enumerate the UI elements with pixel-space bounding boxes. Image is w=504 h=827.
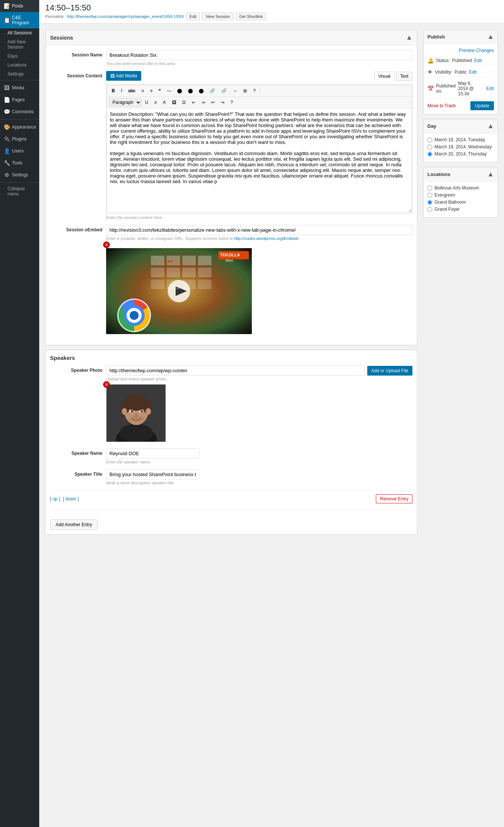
preview-changes-button[interactable]: Preview Changes — [427, 48, 494, 53]
day-radio-1[interactable] — [427, 145, 432, 149]
session-content-row: Session Content 🖼 Add Media Visual Text — [50, 71, 412, 220]
sidebar-sub-days[interactable]: Days — [0, 52, 39, 61]
toolbar-text-color[interactable]: A — [160, 98, 168, 107]
sidebar-collapse[interactable]: Collapse menu — [0, 184, 39, 198]
sidebar-item-appearance[interactable]: 🎨 Appearance — [0, 121, 39, 133]
sessions-metabox-body: Session Name You can write session title… — [46, 46, 417, 345]
oembed-hint-link[interactable]: http://codex.wordpress.org/Embeds — [234, 236, 299, 241]
plugins-icon: 🔌 — [4, 136, 10, 142]
toolbar-link[interactable]: 🔗 — [207, 87, 218, 95]
toolbar-align-right[interactable]: ⬤ — [196, 87, 206, 95]
locations-collapse-button[interactable]: ▲ — [487, 170, 494, 178]
sidebar-sub-all-sessions[interactable]: All Sessions — [0, 28, 39, 37]
update-button[interactable]: Update — [470, 101, 494, 110]
permalink-url[interactable]: http://themeofwp.com/cpmanager/cpmanager… — [67, 14, 184, 19]
remove-video-button[interactable]: ✕ — [103, 241, 110, 248]
toolbar-hr[interactable]: — — [164, 87, 174, 95]
remove-photo-button[interactable]: ✕ — [103, 381, 110, 388]
topbar: 14:50–15:50 Permalink: http://themeofwp.… — [39, 0, 504, 24]
toolbar-outdent[interactable]: ⇐ — [189, 98, 198, 107]
oembed-input[interactable] — [106, 225, 412, 235]
sidebar-item-label: Settings — [12, 172, 28, 178]
video-preview: TEKZiLLA Bites — [106, 248, 252, 334]
toolbar-separator — [260, 87, 260, 95]
toolbar-more[interactable]: ↔ — [230, 87, 240, 95]
sidebar-item-users[interactable]: 👤 Users — [0, 145, 39, 157]
sessions-collapse-button[interactable]: ▲ — [406, 34, 412, 41]
sidebar-item-settings[interactable]: ⚙ Settings — [0, 169, 39, 181]
sidebar-item-pages[interactable]: 📄 Pages — [0, 94, 39, 106]
location-radio-3[interactable] — [427, 207, 432, 212]
tab-visual[interactable]: Visual — [374, 72, 395, 81]
video-overlay: TEKZiLLA Bites — [106, 248, 252, 334]
speakers-title: Speakers — [50, 355, 412, 361]
toolbar-redo[interactable]: ↪ — [218, 98, 227, 107]
day-collapse-button[interactable]: ▲ — [487, 122, 494, 130]
sidebar-sub-locations[interactable]: Locations — [0, 61, 39, 70]
upload-file-button[interactable]: Add or Upload File — [367, 366, 412, 376]
get-shortlink-button[interactable]: Get Shortlink — [236, 13, 266, 20]
edit-status-link[interactable]: Edit — [474, 58, 482, 63]
toolbar-italic[interactable]: I — [118, 87, 125, 95]
toolbar-image[interactable]: 🖼 — [169, 98, 179, 107]
paragraph-select[interactable]: Paragraph — [109, 98, 142, 107]
edit-permalink-button[interactable]: Edit — [186, 13, 200, 20]
up-button[interactable]: [ up ] — [50, 496, 60, 502]
sidebar-sub-add-new[interactable]: Add New Session — [0, 37, 39, 52]
speaker-title-field: Write a short description speaker title. — [106, 469, 412, 485]
toolbar-charmap[interactable]: Ω — [180, 98, 188, 107]
toolbar-help[interactable]: ? — [250, 87, 258, 95]
location-option-0: Bellevue Arts Museum — [427, 185, 494, 191]
status-icon: 🔔 — [427, 58, 434, 64]
toolbar-fullscreen[interactable]: ⊞ — [241, 87, 250, 95]
location-radio-1[interactable] — [427, 193, 432, 198]
speaker-photo-url-input[interactable] — [106, 365, 365, 376]
sidebar-item-comments[interactable]: 💬 Comments — [0, 106, 39, 118]
toolbar-ul[interactable]: ≡ — [139, 87, 146, 95]
toolbar-underline[interactable]: U — [142, 98, 151, 107]
day-radio-2[interactable] — [427, 152, 432, 157]
toolbar-strikethrough[interactable]: abc — [126, 87, 138, 95]
toolbar-undo[interactable]: ↩ — [208, 98, 217, 107]
sidebar-item-cne[interactable]: 📋 C&E Program — [0, 12, 39, 28]
toolbar-unlink[interactable]: 🔗 — [219, 87, 229, 95]
tab-text[interactable]: Text — [396, 72, 412, 81]
toolbar-help2[interactable]: ? — [228, 98, 236, 107]
toolbar-justify[interactable]: ≡ — [152, 98, 160, 107]
publish-collapse-button[interactable]: ▲ — [487, 33, 494, 41]
view-session-button[interactable]: View Session — [202, 13, 234, 20]
session-content-textarea[interactable]: Session Description: "What can you do wi… — [106, 108, 412, 213]
move-to-trash-link[interactable]: Move to Trash — [427, 103, 456, 108]
session-name-input[interactable] — [106, 50, 412, 60]
toolbar-indent[interactable]: ⇒ — [199, 98, 208, 107]
content-hint: Enter the session content here. — [106, 215, 412, 220]
speaker-title-input[interactable] — [106, 469, 200, 479]
day-radio-0[interactable] — [427, 138, 432, 142]
sidebar-item-posts[interactable]: 📝 Posts — [0, 0, 39, 12]
up-down-buttons: [ up ] [ down ] — [50, 496, 79, 502]
sidebar-item-media[interactable]: 🖼 Media — [0, 82, 39, 94]
speaker-name-input[interactable] — [106, 448, 200, 459]
main-content: 14:50–15:50 Permalink: http://themeofwp.… — [39, 0, 504, 827]
edit-visibility-link[interactable]: Edit — [469, 70, 477, 75]
published-label: Published on: — [436, 83, 456, 94]
toolbar-blockquote[interactable]: ❝ — [156, 87, 163, 95]
day-widget: Day ▲ March 18, 2014, Tuesday March 19, … — [423, 119, 498, 163]
toolbar-bold[interactable]: B — [109, 87, 118, 95]
sidebar-item-tools[interactable]: 🔧 Tools — [0, 157, 39, 169]
location-radio-2[interactable] — [427, 200, 432, 205]
sidebar-item-plugins[interactable]: 🔌 Plugins — [0, 133, 39, 145]
sidebar-sub-settings[interactable]: Settings — [0, 70, 39, 78]
permalink-label: Permalink: — [45, 14, 65, 19]
down-button[interactable]: [ down ] — [63, 496, 79, 502]
remove-entry-button[interactable]: Remove Entry — [376, 494, 412, 503]
toolbar-align-center[interactable]: ⬤ — [185, 87, 195, 95]
edit-date-link[interactable]: Edit — [486, 86, 494, 91]
day-option-0: March 18, 2014, Tuesday — [427, 137, 494, 142]
toolbar-ol[interactable]: ≡ — [147, 87, 155, 95]
toolbar-align-left[interactable]: ⬤ — [174, 87, 185, 95]
add-another-entry-button[interactable]: Add Another Entry — [50, 519, 98, 530]
add-media-button[interactable]: 🖼 Add Media — [106, 71, 141, 81]
location-radio-0[interactable] — [427, 186, 432, 191]
visibility-row: 👁 Visibility: Public Edit — [427, 68, 494, 77]
